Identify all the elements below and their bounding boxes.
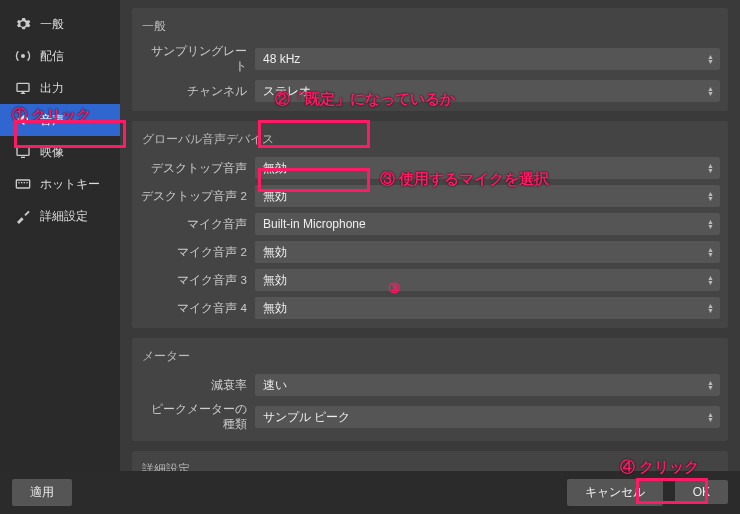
- sidebar-item-general[interactable]: 一般: [0, 8, 120, 40]
- decay-rate-label: 減衰率: [140, 378, 255, 393]
- mic-audio-4-label: マイク音声 4: [140, 301, 255, 316]
- sidebar-item-hotkeys[interactable]: ホットキー: [0, 168, 120, 200]
- sidebar-item-stream[interactable]: 配信: [0, 40, 120, 72]
- keyboard-icon: [14, 175, 32, 193]
- sidebar-item-label: ホットキー: [40, 176, 100, 193]
- sidebar-item-advanced[interactable]: 詳細設定: [0, 200, 120, 232]
- svg-point-0: [21, 54, 25, 58]
- desktop-audio-1-label: デスクトップ音声: [140, 161, 255, 176]
- chevron-updown-icon: ▲▼: [707, 86, 714, 96]
- svg-rect-7: [24, 182, 25, 183]
- svg-rect-8: [26, 182, 27, 183]
- svg-rect-6: [21, 182, 22, 183]
- chevron-updown-icon: ▲▼: [707, 163, 714, 173]
- chevron-updown-icon: ▲▼: [707, 247, 714, 257]
- sidebar-item-label: 音声: [40, 112, 64, 129]
- mic-audio-3-label: マイク音声 3: [140, 273, 255, 288]
- decay-rate-select[interactable]: 速い▲▼: [255, 374, 720, 396]
- svg-rect-5: [18, 182, 19, 183]
- desktop-audio-1-select[interactable]: 無効▲▼: [255, 157, 720, 179]
- ok-button[interactable]: OK: [675, 480, 728, 504]
- mic-audio-1-label: マイク音声: [140, 217, 255, 232]
- svg-rect-1: [17, 83, 29, 91]
- chevron-updown-icon: ▲▼: [707, 303, 714, 313]
- sidebar-item-video[interactable]: 映像: [0, 136, 120, 168]
- sidebar-item-label: 一般: [40, 16, 64, 33]
- cancel-button[interactable]: キャンセル: [567, 479, 663, 506]
- sidebar-item-label: 配信: [40, 48, 64, 65]
- sidebar: 一般 配信 出力 音声 映像 ホットキー: [0, 0, 120, 471]
- section-title: 詳細設定: [132, 457, 728, 471]
- mic-audio-1-select[interactable]: Built-in Microphone▲▼: [255, 213, 720, 235]
- sample-rate-label: サンプリングレート: [140, 44, 255, 74]
- mic-audio-3-select[interactable]: 無効▲▼: [255, 269, 720, 291]
- mic-audio-2-select[interactable]: 無効▲▼: [255, 241, 720, 263]
- svg-rect-2: [17, 147, 29, 156]
- sidebar-item-output[interactable]: 出力: [0, 72, 120, 104]
- desktop-audio-2-label: デスクトップ音声 2: [140, 189, 255, 204]
- chevron-updown-icon: ▲▼: [707, 191, 714, 201]
- mic-audio-2-label: マイク音声 2: [140, 245, 255, 260]
- gear-icon: [14, 15, 32, 33]
- section-title: メーター: [132, 344, 728, 371]
- channel-select[interactable]: ステレオ▲▼: [255, 80, 720, 102]
- section-title: 一般: [132, 14, 728, 41]
- mic-audio-4-select[interactable]: 無効▲▼: [255, 297, 720, 319]
- sidebar-item-label: 出力: [40, 80, 64, 97]
- sidebar-item-label: 詳細設定: [40, 208, 88, 225]
- channel-label: チャンネル: [140, 84, 255, 99]
- peak-meter-label: ピークメーターの種類: [140, 402, 255, 432]
- section-title: グローバル音声デバイス: [132, 127, 728, 154]
- speaker-icon: [14, 111, 32, 129]
- chevron-updown-icon: ▲▼: [707, 54, 714, 64]
- section-general: 一般 サンプリングレート 48 kHz▲▼ チャンネル ステレオ▲▼: [132, 8, 728, 111]
- svg-rect-3: [21, 157, 25, 158]
- chevron-updown-icon: ▲▼: [707, 275, 714, 285]
- sidebar-item-label: 映像: [40, 144, 64, 161]
- chevron-updown-icon: ▲▼: [707, 219, 714, 229]
- footer: 適用 キャンセル OK: [0, 471, 740, 514]
- tools-icon: [14, 207, 32, 225]
- chevron-updown-icon: ▲▼: [707, 380, 714, 390]
- section-meter: メーター 減衰率 速い▲▼ ピークメーターの種類 サンプル ピーク▲▼: [132, 338, 728, 441]
- svg-rect-4: [16, 180, 29, 188]
- apply-button[interactable]: 適用: [12, 479, 72, 506]
- sidebar-item-audio[interactable]: 音声: [0, 104, 120, 136]
- monitor-icon: [14, 143, 32, 161]
- section-advanced: 詳細設定 モニタリングデバイス 既定▲▼: [132, 451, 728, 471]
- settings-content: 一般 サンプリングレート 48 kHz▲▼ チャンネル ステレオ▲▼ グローバル…: [120, 0, 740, 471]
- section-global-audio: グローバル音声デバイス デスクトップ音声 無効▲▼ デスクトップ音声 2 無効▲…: [132, 121, 728, 328]
- output-icon: [14, 79, 32, 97]
- broadcast-icon: [14, 47, 32, 65]
- sample-rate-select[interactable]: 48 kHz▲▼: [255, 48, 720, 70]
- chevron-updown-icon: ▲▼: [707, 412, 714, 422]
- desktop-audio-2-select[interactable]: 無効▲▼: [255, 185, 720, 207]
- peak-meter-select[interactable]: サンプル ピーク▲▼: [255, 406, 720, 428]
